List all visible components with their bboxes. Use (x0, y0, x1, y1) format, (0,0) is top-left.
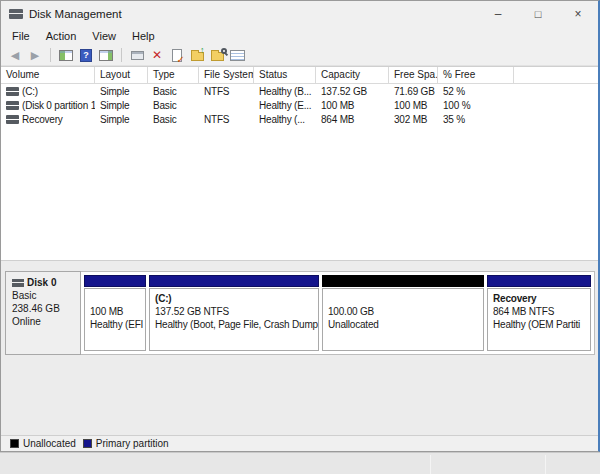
disk-name: Disk 0 (27, 277, 56, 288)
explore-folder-icon[interactable] (208, 47, 226, 64)
partition-c[interactable]: (C:) 137.52 GB NTFS Healthy (Boot, Page … (149, 275, 319, 351)
legend-label: Primary partition (96, 438, 169, 449)
cell-pctfree: 35 % (438, 114, 514, 125)
cell-filesystem: NTFS (199, 86, 254, 97)
cell-capacity: 100 MB (316, 100, 389, 111)
cell-layout: Simple (95, 114, 148, 125)
partition-title (90, 292, 140, 305)
column-header-freespace[interactable]: Free Spa... (389, 67, 438, 83)
maximize-button[interactable]: □ (518, 2, 558, 27)
properties-check-icon[interactable] (168, 47, 186, 64)
disk-state: Online (12, 315, 75, 328)
delete-volume-icon[interactable]: ✕ (148, 47, 166, 64)
table-row[interactable]: (C:) Simple Basic NTFS Healthy (B... 137… (1, 84, 598, 98)
partition-strip: 100 MB Healthy (EFI S (C:) 137.52 GB NTF… (81, 271, 595, 355)
column-header-filler (514, 67, 598, 83)
cell-capacity: 864 MB (316, 114, 389, 125)
cell-status: Healthy (... (254, 114, 316, 125)
disk-kind: Basic (12, 289, 75, 302)
menu-action[interactable]: Action (38, 30, 85, 42)
partition-title (328, 292, 478, 305)
partition-title: Recovery (493, 292, 585, 305)
partition-size: 864 MB NTFS (493, 305, 585, 318)
partition-recovery[interactable]: Recovery 864 MB NTFS Healthy (OEM Partit… (487, 275, 591, 351)
volume-icon (6, 115, 19, 124)
table-row[interactable]: (Disk 0 partition 1) Simple Basic Health… (1, 98, 598, 112)
desktop-strip (0, 452, 600, 474)
table-row[interactable]: Recovery Simple Basic NTFS Healthy (... … (1, 112, 598, 126)
partition-unallocated[interactable]: 100.00 GB Unallocated (322, 275, 484, 351)
cell-pctfree: 100 % (438, 100, 514, 111)
cell-freespace: 71.69 GB (389, 86, 438, 97)
partition-status: Healthy (Boot, Page File, Crash Dump, (155, 318, 313, 331)
back-icon[interactable]: ◀ (6, 47, 24, 64)
column-header-capacity[interactable]: Capacity (316, 67, 389, 83)
volume-list-view: Volume Layout Type File System Status Ca… (1, 66, 598, 261)
minimize-button[interactable]: – (478, 2, 518, 27)
volume-name: (C:) (22, 86, 38, 97)
column-header-volume[interactable]: Volume (1, 67, 95, 83)
partition-size: 100.00 GB (328, 305, 478, 318)
close-button[interactable]: × (558, 2, 598, 27)
volume-icon (6, 101, 19, 110)
details-icon[interactable] (228, 47, 246, 64)
action-pane-icon[interactable] (97, 47, 115, 64)
toolbar: ◀ ▶ ? ✕ ↑ (1, 45, 598, 66)
partition-status: Healthy (OEM Partiti (493, 318, 585, 331)
menu-view[interactable]: View (84, 30, 124, 42)
partition-size: 137.52 GB NTFS (155, 305, 313, 318)
cell-pctfree: 52 % (438, 86, 514, 97)
partition-color-bar (322, 275, 484, 287)
window-title: Disk Management (29, 8, 478, 20)
partition-status: Healthy (EFI S (90, 318, 140, 331)
disk-0-row: Disk 0 Basic 238.46 GB Online 100 MB Hea… (5, 271, 595, 355)
console-tree-icon[interactable] (57, 47, 75, 64)
table-header-row: Volume Layout Type File System Status Ca… (1, 67, 598, 84)
partition-color-bar (84, 275, 146, 287)
cell-type: Basic (148, 114, 199, 125)
app-icon (9, 9, 23, 19)
legend-label: Unallocated (23, 438, 76, 449)
open-folder-icon[interactable]: ↑ (188, 47, 206, 64)
cell-filesystem: NTFS (199, 114, 254, 125)
volume-icon (6, 87, 19, 96)
cell-status: Healthy (E... (254, 100, 316, 111)
cell-layout: Simple (95, 100, 148, 111)
volume-name: (Disk 0 partition 1) (22, 100, 95, 111)
menu-bar: File Action View Help (1, 27, 598, 45)
volume-name: Recovery (22, 114, 63, 125)
cell-type: Basic (148, 86, 199, 97)
unallocated-swatch (10, 439, 19, 448)
column-header-pctfree[interactable]: % Free (438, 67, 514, 83)
help-icon[interactable]: ? (77, 47, 95, 64)
column-header-filesystem[interactable]: File System (199, 67, 254, 83)
disk-0-label-panel[interactable]: Disk 0 Basic 238.46 GB Online (5, 271, 81, 355)
partition-color-bar (487, 275, 591, 287)
cell-type: Basic (148, 100, 199, 111)
forward-icon[interactable]: ▶ (26, 47, 44, 64)
graphical-view-pane: Disk 0 Basic 238.46 GB Online 100 MB Hea… (1, 261, 598, 435)
disk-management-window: Disk Management – □ × File Action View H… (0, 0, 600, 452)
partition-title: (C:) (155, 292, 313, 305)
cell-freespace: 100 MB (389, 100, 438, 111)
screenshot-stage: Disk Management – □ × File Action View H… (0, 0, 600, 474)
disk-icon (12, 279, 24, 287)
toolbar-separator (50, 48, 51, 62)
menu-help[interactable]: Help (124, 30, 163, 42)
popup-menu-icon[interactable] (128, 47, 146, 64)
cell-capacity: 137.52 GB (316, 86, 389, 97)
cell-freespace: 302 MB (389, 114, 438, 125)
partition-color-bar (149, 275, 319, 287)
primary-partition-swatch (83, 439, 92, 448)
partition-size: 100 MB (90, 305, 140, 318)
cell-layout: Simple (95, 86, 148, 97)
disk-size: 238.46 GB (12, 302, 75, 315)
column-header-status[interactable]: Status (254, 67, 316, 83)
cell-status: Healthy (B... (254, 86, 316, 97)
divider (545, 455, 546, 474)
column-header-type[interactable]: Type (148, 67, 199, 83)
partition-efi[interactable]: 100 MB Healthy (EFI S (84, 275, 146, 351)
legend-item-primary: Primary partition (83, 438, 169, 449)
column-header-layout[interactable]: Layout (95, 67, 148, 83)
menu-file[interactable]: File (4, 30, 38, 42)
